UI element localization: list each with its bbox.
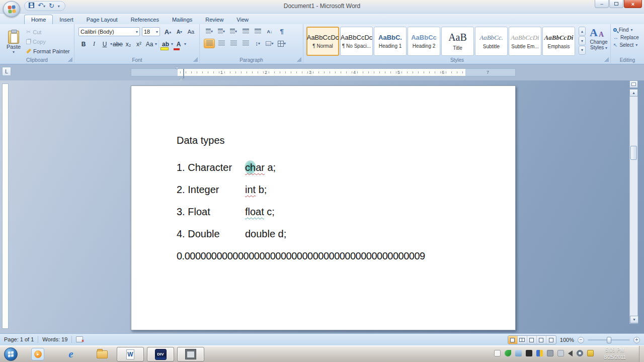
clipboard-dialog-launcher[interactable]: [68, 57, 72, 62]
tab-mailings[interactable]: Mailings: [166, 15, 199, 24]
zoom-in-button[interactable]: +: [633, 337, 640, 343]
decrease-indent-button[interactable]: [240, 27, 251, 36]
scrollbar-thumb[interactable]: [630, 146, 637, 160]
tab-view[interactable]: View: [230, 15, 255, 24]
doc-line-double[interactable]: 4. Doubledouble d;: [177, 228, 500, 240]
styles-more-button[interactable]: ▾: [579, 46, 586, 55]
tab-references[interactable]: References: [124, 15, 166, 24]
full-screen-reading-view-button[interactable]: [518, 336, 527, 344]
doc-line-character[interactable]: 1. Characterchar a;: [177, 161, 500, 173]
find-button[interactable]: Find ▾: [613, 27, 639, 33]
page-indicator[interactable]: Page: 1 of 1: [4, 336, 34, 342]
updater-tray-icon[interactable]: [515, 350, 522, 356]
justify-button[interactable]: [240, 39, 251, 48]
font-color-dropdown-icon[interactable]: ▾: [184, 42, 186, 46]
numbering-button[interactable]: ▾: [216, 27, 227, 36]
ruler-toggle-button[interactable]: [629, 80, 638, 88]
document-text[interactable]: Data types 1. Characterchar a; 2. Intege…: [177, 134, 500, 262]
media-player-taskbar-button[interactable]: ▸: [31, 348, 44, 360]
antivirus-tray-icon[interactable]: [505, 350, 511, 356]
security-tray-icon[interactable]: [587, 350, 594, 356]
style-title[interactable]: AaB Title: [441, 27, 474, 56]
horizontal-ruler[interactable]: 1 2 3 4 5 6 7: [131, 68, 516, 76]
show-desktop-button[interactable]: [639, 346, 644, 362]
word-count[interactable]: Words: 19: [42, 336, 67, 342]
text-highlight-button[interactable]: ab: [160, 39, 171, 49]
close-button[interactable]: ×: [624, 0, 642, 8]
zoom-out-button[interactable]: −: [578, 337, 584, 343]
document-tray-icon[interactable]: [494, 350, 501, 356]
show-hide-pilcrow-button[interactable]: ¶: [276, 27, 287, 36]
style-emphasis[interactable]: AaBbCcDi Emphasis: [542, 27, 575, 56]
doc-line-long-number[interactable]: 0.00000000000000000000000000000000000000…: [177, 250, 500, 262]
zoom-slider-thumb[interactable]: [607, 337, 611, 343]
maximize-button[interactable]: [609, 0, 623, 8]
snipping-tray-icon[interactable]: [526, 350, 532, 356]
scrollbar-track[interactable]: ▾: [629, 97, 638, 324]
multilevel-list-button[interactable]: ▾: [228, 27, 239, 36]
messenger-tray-icon[interactable]: [536, 350, 543, 356]
clear-formatting-button[interactable]: Aa: [186, 27, 196, 36]
styles-dialog-launcher[interactable]: [604, 57, 609, 62]
styles-scroll-down-button[interactable]: ▾: [579, 36, 586, 45]
minimize-button[interactable]: –: [595, 0, 609, 8]
scroll-up-button[interactable]: ▴: [629, 89, 638, 97]
windows-explorer-taskbar-button[interactable]: [96, 348, 109, 360]
doc-line-title[interactable]: Data types: [177, 134, 500, 146]
scroll-down-button[interactable]: ▾: [630, 316, 638, 323]
underline-button[interactable]: U: [100, 39, 110, 49]
vertical-scrollbar[interactable]: ▴ ▾: [629, 80, 638, 332]
format-painter-button[interactable]: Format Painter: [26, 46, 72, 56]
tab-insert[interactable]: Insert: [53, 15, 80, 24]
font-dialog-launcher[interactable]: [193, 57, 198, 62]
tab-home[interactable]: Home: [24, 15, 53, 24]
style-subtitle[interactable]: AaBbCc. Subtitle: [475, 27, 508, 56]
internet-explorer-taskbar-button[interactable]: e: [64, 348, 77, 360]
change-styles-button[interactable]: AA Change Styles ▾: [588, 26, 610, 58]
bullets-button[interactable]: ▾: [204, 27, 215, 36]
change-case-button[interactable]: Aa: [144, 39, 154, 49]
italic-button[interactable]: I: [89, 39, 99, 49]
cut-button[interactable]: ✂ Cut: [26, 27, 72, 37]
style-heading-1[interactable]: AaBbC. Heading 1: [374, 27, 407, 56]
first-line-indent-icon[interactable]: [175, 67, 179, 78]
subscript-button[interactable]: x₂: [123, 39, 133, 49]
style-heading-2[interactable]: AaBbCc Heading 2: [408, 27, 440, 56]
web-layout-view-button[interactable]: [527, 336, 537, 344]
font-family-combo[interactable]: Calibri (Body) ▾: [78, 27, 140, 36]
align-right-button[interactable]: [228, 39, 239, 48]
bold-button[interactable]: B: [78, 39, 89, 49]
office-button[interactable]: [3, 1, 20, 17]
replace-button[interactable]: ↔ Replace: [613, 35, 639, 40]
underline-dropdown-icon[interactable]: ▾: [110, 42, 112, 46]
align-center-button[interactable]: [216, 39, 227, 48]
sort-button[interactable]: A↓: [264, 27, 275, 36]
select-button[interactable]: ↖ Select ▾: [613, 42, 639, 48]
style-subtle-emphasis[interactable]: AaBbCcDi Subtle Em...: [509, 27, 541, 56]
tab-review[interactable]: Review: [199, 15, 230, 24]
superscript-button[interactable]: x²: [134, 39, 144, 49]
borders-button[interactable]: ▾: [276, 39, 287, 48]
word-taskbar-button[interactable]: W: [117, 347, 144, 361]
style-normal[interactable]: AaBbCcDc ¶ Normal: [306, 27, 339, 56]
increase-indent-button[interactable]: [252, 27, 263, 36]
zoom-slider[interactable]: [588, 339, 630, 341]
line-spacing-button[interactable]: ↕▾: [252, 39, 263, 48]
start-button[interactable]: [4, 347, 18, 361]
grow-font-button[interactable]: A▴: [163, 27, 173, 36]
style-no-spacing[interactable]: AaBbCcDc ¶ No Spaci...: [340, 27, 373, 56]
document-page[interactable]: Data types 1. Characterchar a; 2. Intege…: [131, 85, 516, 330]
print-layout-view-button[interactable]: [508, 336, 518, 344]
hardware-tray-icon[interactable]: [557, 350, 564, 356]
font-color-button[interactable]: A: [174, 39, 184, 49]
left-indent-icon[interactable]: [183, 69, 184, 78]
draft-view-button[interactable]: [546, 336, 556, 344]
shading-button[interactable]: ▾: [264, 39, 275, 48]
doc-line-integer[interactable]: 2. Integerint b;: [177, 184, 500, 196]
vertical-ruler[interactable]: [2, 83, 9, 329]
proofing-status-icon[interactable]: ×: [76, 336, 83, 342]
align-left-button[interactable]: [204, 39, 215, 48]
outline-view-button[interactable]: [537, 336, 546, 344]
paste-button[interactable]: Paste ▾: [4, 26, 24, 57]
div-app-taskbar-button[interactable]: DIV: [147, 347, 174, 361]
